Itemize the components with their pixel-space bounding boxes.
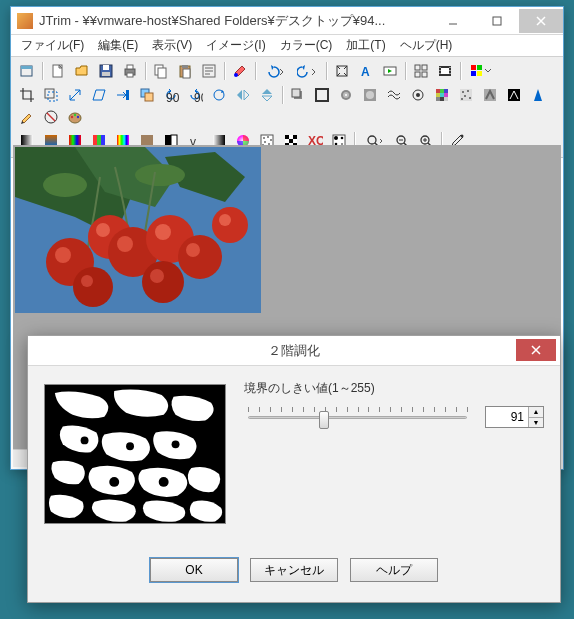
spinner-up-icon[interactable]: ▲ bbox=[529, 407, 543, 418]
new-file-icon[interactable] bbox=[46, 60, 70, 82]
shift-icon[interactable] bbox=[111, 84, 135, 106]
threshold-input[interactable] bbox=[486, 407, 528, 427]
menu-color[interactable]: カラー(C) bbox=[274, 34, 339, 57]
svg-point-62 bbox=[461, 98, 463, 100]
dialog-close-button[interactable] bbox=[516, 339, 556, 361]
svg-point-87 bbox=[264, 141, 266, 143]
svg-rect-13 bbox=[182, 65, 188, 68]
border-icon[interactable] bbox=[310, 84, 334, 106]
svg-rect-53 bbox=[444, 93, 448, 97]
grid-icon[interactable] bbox=[409, 60, 433, 82]
spinner-down-icon[interactable]: ▼ bbox=[529, 418, 543, 428]
svg-rect-32 bbox=[126, 90, 129, 100]
resize-canvas-icon[interactable] bbox=[39, 84, 63, 106]
svg-rect-0 bbox=[493, 17, 501, 25]
svg-point-118 bbox=[186, 243, 200, 257]
menu-file[interactable]: ファイル(F) bbox=[15, 34, 90, 57]
slideshow-icon[interactable] bbox=[378, 60, 402, 82]
print-icon[interactable] bbox=[118, 60, 142, 82]
new-window-icon[interactable] bbox=[15, 60, 39, 82]
paste-icon[interactable] bbox=[173, 60, 197, 82]
svg-rect-11 bbox=[158, 68, 166, 78]
flip-v-icon[interactable] bbox=[255, 84, 279, 106]
maximize-button[interactable] bbox=[475, 9, 519, 33]
help-button[interactable]: ヘルプ bbox=[350, 558, 438, 582]
gaussian-blur-icon[interactable] bbox=[358, 84, 382, 106]
color-swatch-dropdown-icon[interactable] bbox=[464, 60, 496, 82]
filmstrip-icon[interactable] bbox=[433, 60, 457, 82]
threshold-slider[interactable] bbox=[244, 403, 471, 431]
image-canvas[interactable] bbox=[15, 147, 261, 313]
undo-icon[interactable] bbox=[259, 60, 291, 82]
sharpen-icon[interactable] bbox=[526, 84, 550, 106]
svg-text:90: 90 bbox=[194, 91, 203, 103]
paint-icon[interactable] bbox=[228, 60, 252, 82]
svg-rect-5 bbox=[103, 65, 109, 70]
svg-rect-54 bbox=[436, 97, 440, 101]
menu-image[interactable]: イメージ(I) bbox=[200, 34, 271, 57]
svg-point-110 bbox=[55, 247, 71, 263]
ok-button[interactable]: OK bbox=[150, 558, 238, 582]
menu-edit[interactable]: 編集(E) bbox=[92, 34, 144, 57]
lens-icon[interactable] bbox=[406, 84, 430, 106]
svg-point-128 bbox=[172, 440, 180, 448]
dialog-title: ２階調化 bbox=[268, 342, 320, 360]
menu-bar: ファイル(F) 編集(E) 表示(V) イメージ(I) カラー(C) 加工(T)… bbox=[11, 35, 563, 57]
oilpaint-icon[interactable] bbox=[63, 106, 87, 128]
flip-h-icon[interactable] bbox=[231, 84, 255, 106]
crop-icon[interactable] bbox=[15, 84, 39, 106]
rotate-right-icon[interactable]: 90 bbox=[183, 84, 207, 106]
pencil-draw-icon[interactable] bbox=[15, 106, 39, 128]
resize-icon[interactable] bbox=[63, 84, 87, 106]
cancel-button[interactable]: キャンセル bbox=[250, 558, 338, 582]
close-button[interactable] bbox=[519, 9, 563, 33]
svg-point-116 bbox=[155, 224, 171, 240]
dialog-title-bar[interactable]: ２階調化 bbox=[28, 336, 560, 366]
menu-view[interactable]: 表示(V) bbox=[146, 34, 198, 57]
svg-point-84 bbox=[263, 137, 265, 139]
emboss-gray-icon[interactable] bbox=[478, 84, 502, 106]
threshold-dialog: ２階調化 bbox=[27, 335, 561, 603]
svg-point-112 bbox=[96, 223, 110, 237]
preview-thumbnail bbox=[44, 384, 226, 524]
redo-icon[interactable] bbox=[291, 60, 323, 82]
text-icon-1[interactable] bbox=[197, 60, 221, 82]
blur-icon[interactable] bbox=[334, 84, 358, 106]
shadow-icon[interactable] bbox=[286, 84, 310, 106]
rotate-left-icon[interactable]: 90 bbox=[159, 84, 183, 106]
svg-rect-30 bbox=[45, 89, 54, 98]
svg-point-120 bbox=[81, 275, 93, 287]
threshold-label: 境界のしきい値(1～255) bbox=[244, 380, 544, 397]
svg-point-123 bbox=[212, 207, 248, 243]
svg-point-121 bbox=[142, 261, 184, 303]
skew-icon[interactable] bbox=[87, 84, 111, 106]
svg-rect-48 bbox=[436, 89, 440, 93]
rotate-free-icon[interactable] bbox=[207, 84, 231, 106]
noise-filter-icon[interactable] bbox=[39, 106, 63, 128]
svg-rect-8 bbox=[127, 65, 133, 69]
svg-rect-23 bbox=[422, 72, 427, 77]
overlay-icon[interactable] bbox=[135, 84, 159, 106]
spread-icon[interactable] bbox=[454, 84, 478, 106]
app-icon bbox=[17, 13, 33, 29]
menu-help[interactable]: ヘルプ(H) bbox=[394, 34, 459, 57]
copy-icon[interactable] bbox=[149, 60, 173, 82]
title-bar[interactable]: JTrim - ¥¥vmware-host¥Shared Folders¥デスク… bbox=[11, 7, 563, 35]
wave-icon[interactable] bbox=[382, 84, 406, 106]
svg-point-86 bbox=[270, 139, 272, 141]
svg-point-67 bbox=[71, 116, 73, 118]
minimize-button[interactable] bbox=[431, 9, 475, 33]
save-icon[interactable] bbox=[94, 60, 118, 82]
svg-point-61 bbox=[469, 97, 471, 99]
open-icon[interactable] bbox=[70, 60, 94, 82]
svg-rect-28 bbox=[471, 71, 476, 76]
text-a-icon[interactable]: A bbox=[354, 60, 378, 82]
svg-rect-2 bbox=[21, 66, 32, 69]
mosaic-icon[interactable] bbox=[430, 84, 454, 106]
threshold-spinner[interactable]: ▲ ▼ bbox=[485, 406, 544, 428]
svg-point-98 bbox=[334, 136, 338, 140]
edge-icon[interactable] bbox=[502, 84, 526, 106]
fullscreen-icon[interactable] bbox=[330, 60, 354, 82]
menu-process[interactable]: 加工(T) bbox=[340, 34, 391, 57]
svg-rect-56 bbox=[444, 97, 448, 101]
